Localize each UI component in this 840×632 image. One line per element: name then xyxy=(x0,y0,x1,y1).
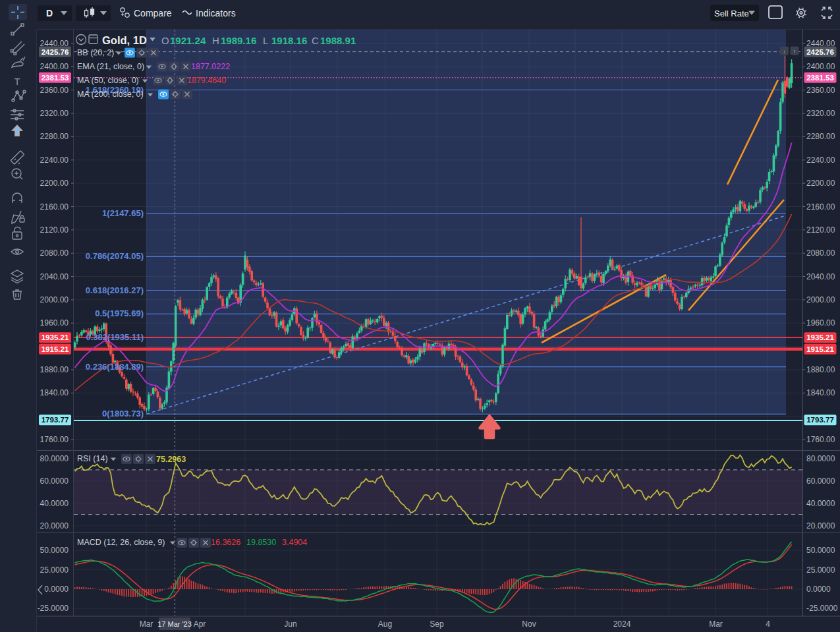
svg-text:2024: 2024 xyxy=(613,619,631,629)
svg-text:Jun: Jun xyxy=(284,619,296,629)
svg-text:0.5(1975.69): 0.5(1975.69) xyxy=(95,308,144,318)
svg-text:2360.00: 2360.00 xyxy=(806,86,835,95)
svg-text:1(2147.65): 1(2147.65) xyxy=(102,208,144,218)
svg-text:0.236(1884.89): 0.236(1884.89) xyxy=(86,362,144,372)
svg-text:2200.00: 2200.00 xyxy=(40,179,69,188)
svg-text:2040.00: 2040.00 xyxy=(40,272,69,281)
svg-text:BB (20, 2): BB (20, 2) xyxy=(77,48,114,57)
svg-text:0(1803.73): 0(1803.73) xyxy=(102,409,144,418)
svg-text:2000.00: 2000.00 xyxy=(40,295,69,304)
svg-text:2360.00: 2360.00 xyxy=(40,86,69,95)
svg-text:1879.4640: 1879.4640 xyxy=(187,76,226,85)
svg-text:40.0000: 40.0000 xyxy=(806,499,835,508)
svg-text:2240.00: 2240.00 xyxy=(40,156,69,165)
svg-text:80.0000: 80.0000 xyxy=(40,454,69,463)
svg-text:40.0000: 40.0000 xyxy=(40,499,69,508)
svg-text:0.0000: 0.0000 xyxy=(44,585,69,594)
svg-text:2425.76: 2425.76 xyxy=(806,48,834,56)
svg-text:2200.00: 2200.00 xyxy=(806,179,835,188)
svg-text:20.0000: 20.0000 xyxy=(40,521,69,531)
svg-text:0.0000: 0.0000 xyxy=(806,585,831,594)
svg-text:1988.91: 1988.91 xyxy=(320,35,356,46)
svg-text:1760.00: 1760.00 xyxy=(40,435,69,444)
svg-text:1960.00: 1960.00 xyxy=(40,318,69,328)
svg-text:2400.00: 2400.00 xyxy=(806,62,835,71)
svg-text:17 Mar '23: 17 Mar '23 xyxy=(157,620,192,628)
svg-text:1915.21: 1915.21 xyxy=(806,345,834,353)
svg-text:-25.0000: -25.0000 xyxy=(806,604,838,613)
svg-text:75.2963: 75.2963 xyxy=(156,455,186,464)
svg-text:H: H xyxy=(212,35,219,46)
svg-text:2381.53: 2381.53 xyxy=(42,74,69,82)
svg-text:2381.53: 2381.53 xyxy=(806,74,834,82)
svg-text:50.0000: 50.0000 xyxy=(806,546,835,555)
svg-text:2160.00: 2160.00 xyxy=(40,202,69,212)
svg-text:1960.00: 1960.00 xyxy=(806,318,835,328)
svg-text:Mar: Mar xyxy=(140,619,154,629)
svg-text:2280.00: 2280.00 xyxy=(806,132,835,141)
svg-text:O: O xyxy=(161,35,169,46)
svg-text:↑: ↑ xyxy=(793,48,797,55)
svg-text:19.8530: 19.8530 xyxy=(246,538,276,547)
svg-text:MACD (12, 26, close, 9): MACD (12, 26, close, 9) xyxy=(77,538,165,547)
svg-text:MA (50, close, 0): MA (50, close, 0) xyxy=(77,76,139,85)
svg-text:Sell Rate: Sell Rate xyxy=(714,9,749,18)
svg-text:1760.00: 1760.00 xyxy=(806,435,835,444)
svg-text:2400.00: 2400.00 xyxy=(40,62,69,71)
svg-text:4: 4 xyxy=(766,619,770,629)
svg-text:60.0000: 60.0000 xyxy=(806,476,835,486)
svg-text:T: T xyxy=(14,76,20,87)
svg-text:2320.00: 2320.00 xyxy=(806,109,835,118)
svg-text:L: L xyxy=(263,35,268,46)
svg-text:MA (200, close, 0): MA (200, close, 0) xyxy=(77,90,144,99)
svg-text:2080.00: 2080.00 xyxy=(40,248,69,258)
svg-text:Indicators: Indicators xyxy=(196,8,236,18)
svg-text:25.0000: 25.0000 xyxy=(806,565,835,575)
svg-text:2425.76: 2425.76 xyxy=(42,48,69,56)
svg-text:2240.00: 2240.00 xyxy=(806,156,835,165)
svg-text:1840.00: 1840.00 xyxy=(806,388,835,397)
svg-text:1921.24: 1921.24 xyxy=(170,35,206,46)
svg-text:25.0000: 25.0000 xyxy=(40,565,69,575)
svg-text:1935.21: 1935.21 xyxy=(42,333,69,341)
svg-text:Apr: Apr xyxy=(194,619,206,629)
svg-text:2280.00: 2280.00 xyxy=(40,132,69,141)
svg-text:60.0000: 60.0000 xyxy=(40,476,69,486)
svg-text:1880.00: 1880.00 xyxy=(40,365,69,374)
svg-text:0.786(2074.05): 0.786(2074.05) xyxy=(86,251,144,261)
svg-text:0.382(1935.11): 0.382(1935.11) xyxy=(86,332,144,342)
svg-text:2080.00: 2080.00 xyxy=(806,248,835,258)
svg-text:20.0000: 20.0000 xyxy=(806,521,835,531)
svg-text:Aug: Aug xyxy=(378,619,392,629)
svg-text:Gold, 1D: Gold, 1D xyxy=(102,34,147,46)
svg-text:3.4904: 3.4904 xyxy=(282,538,307,547)
svg-text:Nov: Nov xyxy=(522,619,536,629)
svg-text:2120.00: 2120.00 xyxy=(806,225,835,235)
svg-text:2040.00: 2040.00 xyxy=(806,272,835,281)
svg-text:50.0000: 50.0000 xyxy=(40,546,69,555)
svg-text:C: C xyxy=(312,35,319,46)
svg-text:Mar: Mar xyxy=(709,619,723,629)
svg-text:1793.77: 1793.77 xyxy=(806,416,834,424)
svg-text:1989.16: 1989.16 xyxy=(221,35,256,46)
svg-text:RSI (14): RSI (14) xyxy=(77,454,108,463)
svg-text:80.0000: 80.0000 xyxy=(806,454,835,463)
svg-text:1840.00: 1840.00 xyxy=(40,388,69,397)
svg-text:1880.00: 1880.00 xyxy=(806,365,835,374)
svg-text:1935.21: 1935.21 xyxy=(806,333,834,341)
svg-text:↓: ↓ xyxy=(783,48,786,55)
svg-text:2000.00: 2000.00 xyxy=(806,295,835,304)
svg-text:EMA (21, close, 0): EMA (21, close, 0) xyxy=(77,62,144,71)
svg-text:1877.0222: 1877.0222 xyxy=(191,62,230,71)
svg-text:2160.00: 2160.00 xyxy=(806,202,835,212)
svg-text:2320.00: 2320.00 xyxy=(40,109,69,118)
svg-text:Sep: Sep xyxy=(430,619,444,629)
svg-text:1915.21: 1915.21 xyxy=(42,345,69,353)
svg-text:16.3626: 16.3626 xyxy=(211,538,240,547)
svg-text:D: D xyxy=(46,8,53,18)
svg-text:Compare: Compare xyxy=(134,8,172,18)
svg-text:-25.0000: -25.0000 xyxy=(38,604,69,613)
svg-text:1793.77: 1793.77 xyxy=(42,416,69,424)
svg-text:1918.16: 1918.16 xyxy=(271,35,307,46)
svg-text:0.618(2016.27): 0.618(2016.27) xyxy=(86,285,144,295)
